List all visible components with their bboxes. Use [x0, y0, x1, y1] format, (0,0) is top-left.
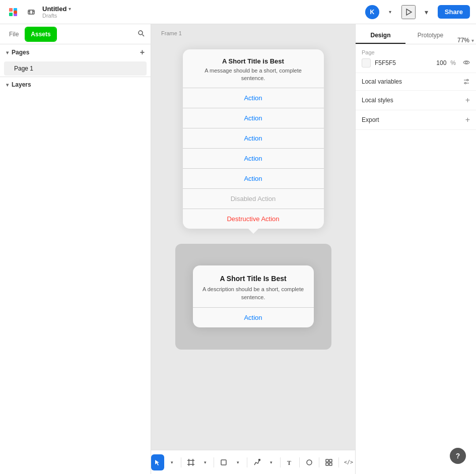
svg-rect-21: [326, 459, 328, 462]
export-row: Export +: [356, 110, 476, 130]
add-page-icon[interactable]: +: [140, 48, 145, 56]
svg-point-28: [467, 80, 468, 81]
play-icon[interactable]: [401, 5, 416, 19]
share-button[interactable]: Share: [438, 5, 470, 19]
tool-separator-4: [280, 457, 281, 467]
search-icon[interactable]: [135, 28, 147, 40]
add-export-icon[interactable]: +: [465, 115, 470, 124]
pages-section-header[interactable]: ▾ Pages +: [0, 44, 151, 60]
layers-section-header[interactable]: ▾ Layers: [0, 77, 151, 92]
topbar-left-icon-group: [24, 5, 38, 19]
main-layout: File Assets ▾ Pages + Page 1 ▾ Layers Fr…: [0, 24, 476, 474]
file-title[interactable]: Untitled ▾ Drafts: [42, 5, 71, 19]
component-tool-btn[interactable]: [322, 454, 335, 470]
visibility-icon[interactable]: [463, 59, 470, 67]
svg-rect-2: [9, 13, 13, 16]
local-variables-label: Local variables: [362, 78, 402, 85]
tool-separator-3: [247, 457, 247, 467]
canvas-area[interactable]: Frame 1 A Short Title is Best A message …: [151, 24, 355, 474]
tool-separator-7: [338, 457, 339, 467]
canvas-content: A Short Title is Best A message should b…: [151, 24, 355, 450]
frame-label: Frame 1: [161, 30, 182, 36]
alert-header: A Short Title is Best A message should b…: [183, 49, 324, 88]
topbar-left: Untitled ▾ Drafts: [6, 5, 71, 19]
alert-message: A message should be a short, complete se…: [193, 67, 314, 83]
local-styles-label: Local styles: [362, 97, 393, 104]
chevron-down-icon[interactable]: ▾: [383, 5, 397, 19]
add-local-style-icon[interactable]: +: [465, 96, 470, 105]
alert-action-0[interactable]: Action: [183, 88, 324, 108]
alert-action-1[interactable]: Action: [183, 108, 324, 128]
page-section: Page F5F5F5 100 %: [356, 44, 476, 73]
local-variables-row: Local variables: [356, 73, 476, 91]
alert-action-2[interactable]: Action: [183, 128, 324, 149]
select-dropdown-icon[interactable]: ▾: [166, 455, 178, 469]
svg-point-11: [139, 31, 143, 35]
pen-dropdown-icon[interactable]: ▾: [265, 455, 277, 469]
color-swatch[interactable]: [362, 58, 371, 67]
local-variables-icon[interactable]: [463, 78, 470, 85]
svg-point-31: [465, 83, 466, 84]
layers-chevron-icon: ▾: [6, 82, 9, 88]
tab-prototype[interactable]: Prototype: [405, 28, 455, 44]
frame-tool-btn[interactable]: [184, 454, 197, 470]
color-hex-value[interactable]: F5F5F5: [375, 59, 432, 66]
svg-rect-22: [329, 459, 332, 462]
pen-tool-btn[interactable]: [250, 454, 263, 470]
rect-tool-btn[interactable]: [217, 454, 230, 470]
svg-point-4: [14, 10, 17, 14]
right-panel-tabs: Design Prototype 77% ▾: [356, 24, 476, 44]
tab-file[interactable]: File: [4, 28, 24, 41]
topbar: Untitled ▾ Drafts K ▾ ▾ Share: [0, 0, 476, 24]
alert-popup-container: A Short Title is Best A message should b…: [183, 49, 324, 234]
comment-tool-btn[interactable]: [303, 454, 316, 470]
text-tool-btn[interactable]: T: [283, 454, 296, 470]
alert-action-destructive[interactable]: Destructive Action: [183, 209, 324, 229]
frame-dropdown-icon[interactable]: ▾: [199, 455, 211, 469]
file-subtitle: Drafts: [42, 13, 71, 19]
svg-point-25: [465, 61, 467, 63]
shape-dropdown-icon[interactable]: ▾: [232, 455, 244, 469]
title-chevron-icon: ▾: [69, 6, 71, 12]
page-item[interactable]: Page 1: [4, 61, 147, 76]
svg-rect-24: [329, 463, 332, 465]
file-name: Untitled: [42, 5, 66, 13]
play-dropdown-icon[interactable]: ▾: [420, 5, 434, 19]
modal-container: A Short Title Is Best A description shou…: [175, 244, 331, 350]
opacity-symbol: %: [450, 59, 456, 66]
help-button[interactable]: ?: [450, 448, 466, 464]
svg-point-20: [307, 460, 312, 465]
tab-design[interactable]: Design: [356, 28, 405, 44]
pages-label: Pages: [12, 49, 29, 56]
memory-icon-btn[interactable]: [24, 5, 38, 19]
zoom-value[interactable]: 77%: [457, 37, 469, 44]
select-tool-btn[interactable]: [151, 454, 164, 470]
modal-title: A Short Title Is Best: [202, 275, 305, 283]
tool-separator-2: [214, 457, 214, 467]
layers-label: Layers: [12, 81, 31, 88]
svg-rect-23: [326, 463, 328, 465]
opacity-value[interactable]: 100: [436, 59, 446, 66]
tooltip-pointer: [248, 229, 258, 234]
alert-action-3[interactable]: Action: [183, 149, 324, 169]
panel-tabs: File Assets: [0, 24, 151, 44]
bottom-toolbar: ▾ ▾ ▾: [151, 450, 355, 474]
modal-description: A description should be a short, complet…: [202, 286, 305, 301]
tool-separator-1: [181, 457, 181, 467]
svg-line-12: [143, 35, 145, 37]
alert-card: A Short Title is Best A message should b…: [183, 49, 324, 229]
user-avatar[interactable]: K: [365, 5, 379, 19]
svg-text:T: T: [287, 459, 291, 466]
svg-marker-10: [406, 9, 412, 15]
tool-separator-6: [319, 457, 319, 467]
code-tool-btn[interactable]: </>: [342, 454, 355, 470]
tool-separator-5: [299, 457, 300, 467]
tab-assets[interactable]: Assets: [26, 28, 55, 41]
left-panel: File Assets ▾ Pages + Page 1 ▾ Layers: [0, 24, 151, 474]
alert-action-4[interactable]: Action: [183, 169, 324, 189]
modal-card: A Short Title Is Best A description shou…: [193, 265, 314, 327]
logo-icon[interactable]: [6, 5, 20, 19]
export-label: Export: [362, 116, 379, 123]
zoom-control[interactable]: 77% ▾: [455, 37, 476, 44]
modal-action[interactable]: Action: [193, 308, 314, 327]
